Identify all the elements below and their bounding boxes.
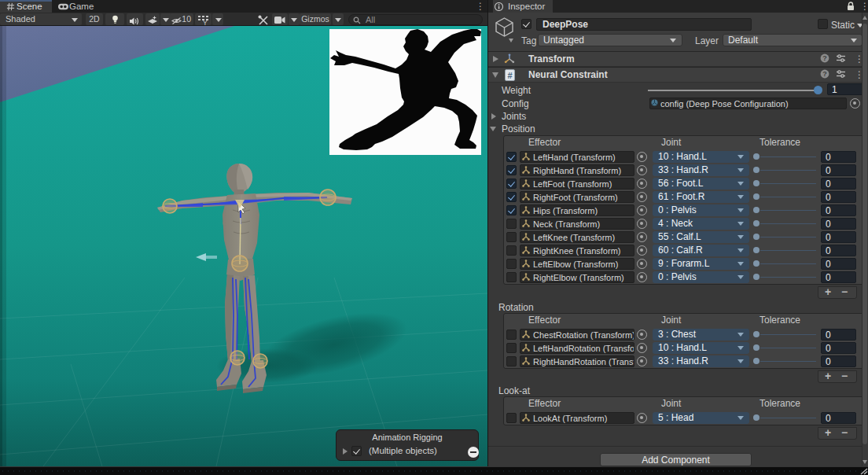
svg-text:?: ? [822,70,827,78]
svg-text:#: # [507,71,512,80]
svg-text:Y: Y [203,19,208,26]
svg-text:?: ? [822,54,827,62]
